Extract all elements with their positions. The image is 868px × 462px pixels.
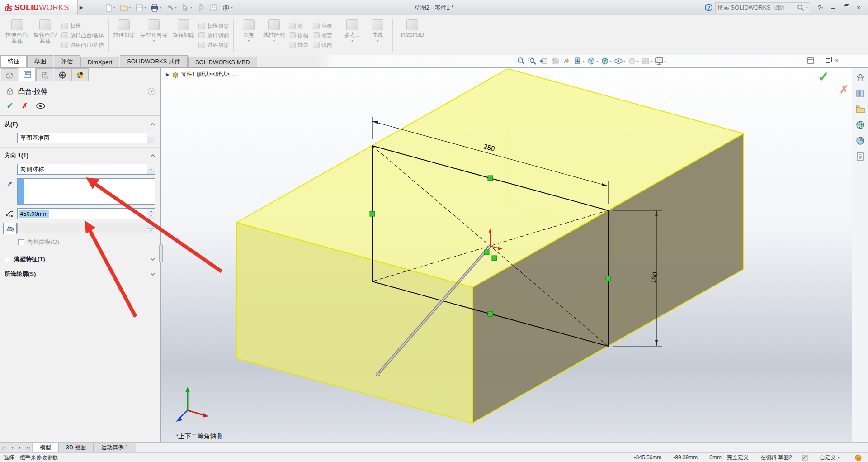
- open-button[interactable]: ▾: [118, 3, 132, 13]
- boundary-boss-button[interactable]: 边界凸台/基体: [61, 41, 104, 49]
- display-style-button[interactable]: ▾: [586, 56, 599, 66]
- tab-motion-study[interactable]: 运动算例 1: [94, 443, 136, 452]
- options-button[interactable]: ▾: [221, 3, 234, 13]
- caret-down-icon[interactable]: ▾: [190, 5, 192, 10]
- shell-button[interactable]: 抽壳: [289, 41, 308, 49]
- tab-sketch[interactable]: 草图: [27, 55, 53, 67]
- doc-restore-icon[interactable]: [826, 58, 830, 63]
- hole-wizard-button[interactable]: 异型孔向导▾: [137, 17, 171, 53]
- boundary-cut-button[interactable]: 边界切除: [198, 41, 229, 49]
- section-selected-contours-header[interactable]: 所选轮廓(S): [0, 266, 160, 281]
- caret-down-icon[interactable]: ▾: [113, 5, 115, 10]
- tab-scroll-first-button[interactable]: |◂: [0, 443, 8, 452]
- feature-tree-root-label[interactable]: 零件1 (默认<<默认>_...: [181, 71, 237, 78]
- handle-top-mid[interactable]: [488, 176, 493, 181]
- view-settings-button[interactable]: ▾: [613, 56, 626, 66]
- rib-button[interactable]: 筋: [289, 22, 308, 30]
- end-condition-dropdown[interactable]: 两侧对称 ▾: [17, 164, 155, 175]
- view-orientation-button[interactable]: ▾: [600, 56, 612, 66]
- tab-dimxpert[interactable]: DimXpert: [80, 57, 119, 67]
- design-library-icon[interactable]: [855, 88, 865, 98]
- direction-arrow-icon[interactable]: [6, 180, 14, 187]
- doc-close-icon[interactable]: ×: [835, 57, 839, 64]
- app-help-button[interactable]: ?▾: [815, 2, 826, 13]
- new-document-button[interactable]: ▾: [103, 3, 117, 13]
- display-manager-tab[interactable]: [71, 68, 89, 81]
- appearances-button[interactable]: ▾: [627, 56, 639, 66]
- units-selector[interactable]: 自定义: [820, 454, 836, 462]
- caret-down-icon[interactable]: ▾: [160, 5, 161, 10]
- feature-tree-flyout[interactable]: ▶ 零件1 (默认<<默认>_...: [166, 71, 237, 78]
- previous-view-button[interactable]: [539, 56, 549, 66]
- linear-pattern-button[interactable]: 线性阵列▾: [261, 17, 287, 53]
- depth-spinner[interactable]: ▴▾: [147, 209, 155, 219]
- hide-show-items-button[interactable]: ▾: [573, 56, 585, 66]
- handle-bottom-mid[interactable]: [488, 311, 493, 316]
- depth-input[interactable]: 450.00mm ▴▾: [17, 208, 155, 219]
- file-explorer-icon[interactable]: [855, 104, 865, 114]
- extruded-cut-button[interactable]: 拉伸切除: [111, 17, 137, 53]
- help-search-box[interactable]: ▾: [715, 2, 810, 13]
- property-help-icon[interactable]: ?: [148, 88, 155, 95]
- intersect-button[interactable]: 相交: [313, 32, 332, 39]
- search-icon[interactable]: [797, 4, 804, 11]
- help-circle-icon[interactable]: ?: [705, 4, 712, 11]
- lofted-cut-button[interactable]: 放样切割: [198, 32, 229, 39]
- file-properties-button[interactable]: [208, 3, 219, 13]
- revolved-cut-button[interactable]: 旋转切除: [171, 17, 196, 53]
- from-dropdown[interactable]: 草图基准面 ▾: [17, 133, 155, 143]
- doc-new-window-icon[interactable]: [807, 57, 814, 64]
- confirmation-cancel-button[interactable]: ✗: [840, 83, 849, 96]
- panel-splitter-handle[interactable]: [159, 244, 163, 262]
- tab-scroll-next-button[interactable]: ▸: [16, 443, 24, 452]
- revolved-boss-button[interactable]: 旋转凸台/基体: [31, 17, 59, 53]
- custom-properties-icon[interactable]: [855, 152, 865, 162]
- reference-geometry-button[interactable]: 参考...▾: [340, 17, 365, 53]
- flyout-expand-icon[interactable]: ▶: [166, 72, 170, 77]
- confirmation-ok-button[interactable]: ✓: [818, 69, 829, 85]
- view-palette-icon[interactable]: [855, 120, 865, 130]
- search-input[interactable]: [717, 4, 795, 11]
- rebuild-button[interactable]: [195, 3, 206, 13]
- lofted-boss-button[interactable]: 放样凸台/基体: [61, 32, 104, 39]
- zoom-area-button[interactable]: [528, 56, 538, 66]
- doc-minimize-icon[interactable]: –: [818, 57, 821, 64]
- graphics-viewport[interactable]: 250 180: [161, 68, 852, 442]
- units-caret-icon[interactable]: ▾: [838, 456, 840, 460]
- feedback-smiley-icon[interactable]: [855, 454, 862, 461]
- close-button[interactable]: ×: [853, 2, 864, 13]
- property-manager-tab[interactable]: [19, 67, 36, 81]
- instant3d-button[interactable]: Instant3D: [395, 17, 429, 53]
- cancel-button[interactable]: ✗: [22, 101, 28, 110]
- save-button[interactable]: ▾: [134, 3, 147, 13]
- section-from-header[interactable]: 从(F): [0, 116, 160, 131]
- tab-scroll-last-button[interactable]: ▸|: [24, 443, 33, 452]
- curves-button[interactable]: 曲线▾: [365, 17, 390, 53]
- dropdown-arrow-icon[interactable]: ▾: [147, 164, 155, 174]
- feedback-area[interactable]: [855, 454, 862, 461]
- thin-feature-checkbox[interactable]: [5, 257, 10, 262]
- draft-toggle-button[interactable]: [3, 223, 17, 234]
- handle-right-mid[interactable]: [606, 276, 611, 281]
- extruded-boss-button[interactable]: 拉伸凸台/基体: [3, 17, 31, 53]
- handle-center-b[interactable]: [492, 256, 497, 261]
- solidworks-resources-home-icon[interactable]: [855, 72, 865, 82]
- search-caret-icon[interactable]: ▾: [806, 5, 808, 10]
- draft-button[interactable]: 拔模: [289, 32, 308, 39]
- tab-solidworks-mbd[interactable]: SOLIDWORKS MBD: [188, 57, 257, 67]
- dropdown-arrow-icon[interactable]: ▾: [147, 133, 155, 143]
- ok-button[interactable]: ✓: [6, 100, 14, 111]
- section-direction1-header[interactable]: 方向 1(1): [0, 147, 160, 162]
- hide-show-annotations-button[interactable]: A: [561, 56, 571, 66]
- tab-3d-views[interactable]: 3D 视图: [59, 443, 94, 452]
- caret-down-icon[interactable]: ▾: [231, 5, 233, 10]
- select-button[interactable]: ▾: [180, 3, 193, 13]
- outward-draft-checkbox[interactable]: [18, 239, 24, 245]
- wrap-button[interactable]: 包覆: [313, 22, 332, 30]
- section-thin-feature-header[interactable]: 薄壁特征(T): [0, 251, 160, 266]
- undo-button[interactable]: ▾: [165, 3, 178, 13]
- section-view-button[interactable]: [550, 56, 560, 66]
- spin-up-icon[interactable]: ▴: [147, 209, 155, 214]
- tab-model[interactable]: 模型: [33, 443, 59, 452]
- menu-flyout-icon[interactable]: ▶: [78, 5, 85, 10]
